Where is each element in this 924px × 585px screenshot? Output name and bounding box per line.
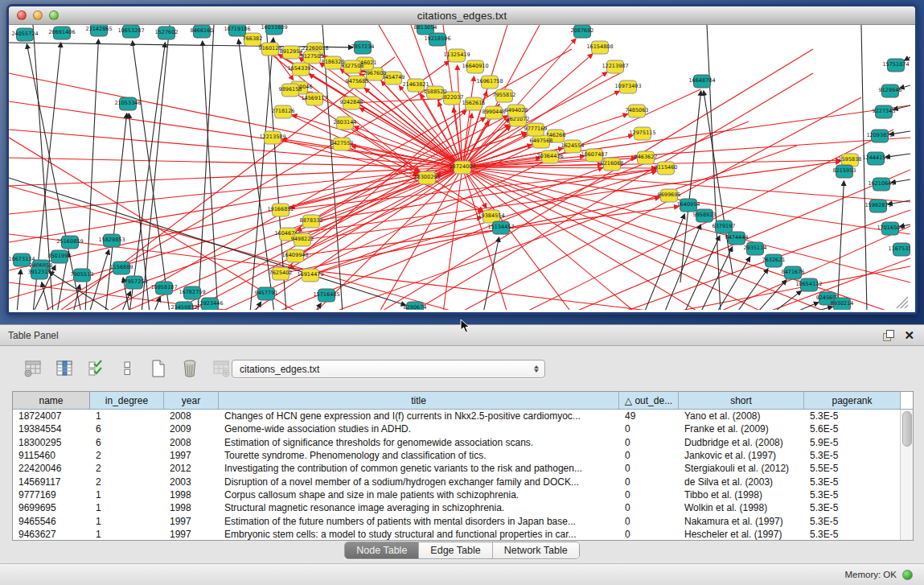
graph-node[interactable]: 16154808: [586, 41, 613, 54]
graph-node[interactable]: 9160128: [259, 43, 282, 56]
graph-node[interactable]: 1588520: [424, 86, 447, 99]
canvas-resize-grip[interactable]: [897, 297, 908, 308]
minimize-window-button[interactable]: [33, 10, 43, 20]
table-row[interactable]: 946362711997Embryonic stem cells: a mode…: [13, 528, 901, 541]
graph-node[interactable]: 12975115: [629, 127, 655, 140]
graph-node[interactable]: 1156889: [110, 262, 133, 274]
graph-node[interactable]: 9475685: [346, 76, 369, 89]
graph-node[interactable]: 20691406: [48, 27, 75, 39]
tab-edge-table[interactable]: Edge Table: [418, 542, 491, 558]
table-row[interactable]: 1830029562008Estimation of significance …: [13, 436, 901, 449]
graph-node[interactable]: 6494028: [505, 105, 528, 117]
graph-node[interactable]: 16914479: [297, 269, 323, 282]
graph-node[interactable]: 9498222: [291, 233, 314, 246]
table-vertical-scrollbar[interactable]: [900, 410, 913, 540]
graph-node[interactable]: 25160859: [56, 236, 83, 249]
column-header-out_de[interactable]: △ out_de...: [619, 392, 679, 409]
column-header-name[interactable]: name: [13, 392, 90, 409]
network-canvas[interactable]: 1872400716154808122139871097349374850631…: [9, 25, 910, 310]
column-header-title[interactable]: title: [219, 392, 619, 409]
graph-node[interactable]: 16782759: [179, 286, 205, 299]
graph-node[interactable]: 3912311: [28, 266, 51, 279]
graph-node[interactable]: 15134457: [487, 221, 514, 234]
network-window-titlebar[interactable]: citations_edges.txt: [9, 6, 915, 25]
graph-node[interactable]: 9129946: [879, 84, 902, 97]
show-columns-button[interactable]: [54, 358, 75, 379]
graph-node[interactable]: 16210643: [868, 178, 894, 191]
graph-node[interactable]: 1527602: [155, 27, 179, 39]
graph-node[interactable]: 9115460: [655, 162, 678, 175]
row-select-button[interactable]: [85, 358, 106, 379]
graph-node[interactable]: 15716485: [313, 289, 339, 302]
graph-node[interactable]: 7485063: [626, 105, 649, 117]
graph-node[interactable]: 1640954: [677, 199, 700, 212]
graph-node[interactable]: 16648784: [688, 75, 715, 88]
delete-table-button[interactable]: [211, 358, 232, 379]
column-header-year[interactable]: year: [164, 392, 219, 409]
table-selector-dropdown[interactable]: citations_edges.txt: [232, 360, 545, 378]
graph-node[interactable]: 9777169: [524, 123, 548, 136]
graph-node[interactable]: 8471676: [782, 266, 805, 279]
column-header-short[interactable]: short: [679, 392, 804, 409]
table-row[interactable]: 977716911998Corpus callosum shape and si…: [13, 488, 901, 501]
graph-node[interactable]: 8878332: [300, 215, 323, 228]
graph-node[interactable]: 10654112: [795, 278, 822, 291]
table-row[interactable]: 911546021997Tourette syndrome. Phenomeno…: [13, 449, 901, 462]
graph-node[interactable]: 14569117: [301, 93, 327, 105]
graph-node[interactable]: 9127505: [301, 51, 324, 64]
graph-node[interactable]: 2935114: [744, 242, 767, 255]
graph-node[interactable]: 16640910: [462, 60, 488, 73]
column-header-in_degree[interactable]: in_degree: [90, 392, 164, 409]
graph-node[interactable]: 16961758: [476, 76, 503, 89]
graph-node[interactable]: 15751074: [882, 59, 909, 72]
graph-node[interactable]: 7905513: [71, 269, 94, 282]
graph-node[interactable]: 2087682: [571, 25, 594, 38]
graph-node[interactable]: 16033809: [261, 25, 287, 35]
graph-node[interactable]: 11675312: [888, 243, 910, 256]
maximize-window-button[interactable]: [49, 10, 59, 20]
graph-node[interactable]: 7857234: [351, 41, 375, 54]
graph-node[interactable]: 10958187: [150, 282, 177, 295]
graph-node[interactable]: 8427552: [331, 138, 354, 150]
table-row[interactable]: 946554611997Estimation of the future num…: [13, 514, 901, 527]
graph-node[interactable]: 8990448: [483, 106, 506, 119]
table-row[interactable]: 1872400712008Changes of HCN gene express…: [13, 410, 901, 422]
table-mode-button[interactable]: [23, 358, 43, 379]
tab-node-table[interactable]: Node Table: [345, 542, 418, 558]
graph-node[interactable]: 9699695: [658, 189, 681, 202]
graph-node[interactable]: 12444159: [862, 152, 889, 165]
graph-node[interactable]: 8186328: [322, 56, 345, 69]
table-row[interactable]: 969969511998Structural magnetic resonanc…: [13, 501, 901, 514]
graph-node[interactable]: 1624554: [561, 140, 585, 153]
table-row[interactable]: 1456911722003Disruption of a novel membe…: [13, 475, 901, 488]
graph-node[interactable]: 20364436: [536, 150, 563, 163]
delete-column-button[interactable]: [179, 358, 200, 379]
graph-node[interactable]: 19166852: [267, 204, 294, 216]
graph-node[interactable]: 8290674: [404, 302, 427, 310]
close-window-button[interactable]: [17, 10, 27, 20]
graph-node[interactable]: 7625402: [269, 267, 293, 280]
graph-node[interactable]: 9896158: [279, 84, 302, 97]
graph-node[interactable]: 21053346: [114, 97, 141, 110]
table-row[interactable]: 2242004622012Investigating the contribut…: [13, 462, 901, 475]
graph-node[interactable]: 9227343: [873, 105, 896, 118]
graph-node[interactable]: 5958923: [693, 209, 717, 222]
graph-node[interactable]: 9242848: [340, 97, 363, 109]
graph-node[interactable]: 15992871: [864, 200, 891, 212]
graph-node[interactable]: 2718126: [272, 105, 295, 118]
graph-node[interactable]: 8930214: [831, 298, 854, 310]
graph-node[interactable]: 8501998: [48, 250, 72, 263]
graph-node[interactable]: 6497568: [530, 135, 553, 148]
graph-node[interactable]: 9474444: [725, 232, 749, 245]
network-graph[interactable]: 1872400716154808122139871097349374850631…: [9, 25, 910, 310]
float-panel-icon[interactable]: [883, 330, 894, 341]
column-header-pagerank[interactable]: pagerank: [804, 392, 901, 409]
graph-node[interactable]: 23459832: [170, 302, 197, 310]
graph-node[interactable]: 10653287: [117, 25, 144, 38]
graph-node[interactable]: 19218596: [424, 33, 450, 46]
graph-node[interactable]: 1562615: [462, 97, 486, 110]
graph-node[interactable]: 12923446: [196, 298, 223, 310]
new-column-button[interactable]: [148, 358, 169, 379]
graph-node[interactable]: 9457791: [255, 287, 278, 300]
graph-node[interactable]: 2803144: [334, 117, 357, 130]
